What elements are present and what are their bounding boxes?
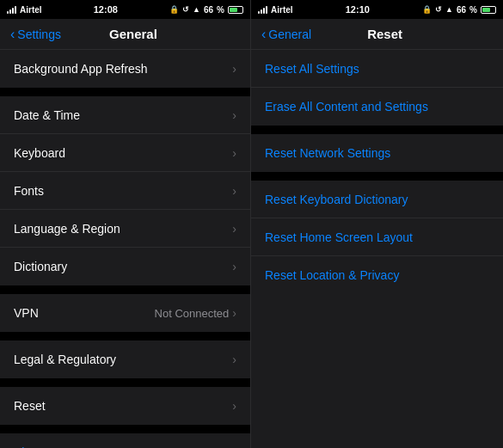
row-erase-all-content[interactable]: Erase All Content and Settings xyxy=(251,88,503,126)
label-fonts: Fonts xyxy=(14,184,232,198)
reset-section-2: Reset Network Settings xyxy=(251,134,503,172)
status-right-left: 🔒 ↺ ▲ 66% xyxy=(169,5,243,15)
row-date-time[interactable]: Date & Time › xyxy=(0,96,250,134)
row-reset-location-privacy[interactable]: Reset Location & Privacy xyxy=(251,256,503,294)
nav-title-right: Reset xyxy=(277,27,493,41)
section-2: Date & Time › Keyboard › Fonts › Languag… xyxy=(0,96,250,285)
row-reset-home-screen[interactable]: Reset Home Screen Layout xyxy=(251,218,503,256)
section-3: VPN Not Connected › xyxy=(0,294,250,332)
row-dictionary[interactable]: Dictionary › xyxy=(0,248,250,285)
orientation-icon: ↺ xyxy=(182,5,189,14)
label-reset-network: Reset Network Settings xyxy=(265,146,390,160)
row-reset[interactable]: Reset › xyxy=(0,387,250,425)
reset-gap-1 xyxy=(251,126,503,134)
row-keyboard[interactable]: Keyboard › xyxy=(0,134,250,172)
chevron-reset: › xyxy=(232,399,236,413)
battery-icon-right xyxy=(481,6,496,14)
chevron-legal: › xyxy=(232,353,236,366)
left-panel: Airtel 12:08 🔒 ↺ ▲ 66% ‹ Settings Genera… xyxy=(0,0,251,448)
section-5: Reset › xyxy=(0,387,250,425)
chevron-background-app-refresh: › xyxy=(232,62,236,76)
label-reset-home-screen: Reset Home Screen Layout xyxy=(265,230,413,244)
section-1: Background App Refresh › xyxy=(0,50,250,88)
shutdown-row[interactable]: Shut Down xyxy=(0,433,250,448)
chevron-language-region: › xyxy=(232,222,236,236)
status-right-right: 🔒 ↺ ▲ 66% xyxy=(422,5,496,15)
row-reset-all-settings[interactable]: Reset All Settings xyxy=(251,50,503,88)
signal-icon-right xyxy=(258,5,267,14)
wifi-right-icon: ▲ xyxy=(445,5,453,14)
signal-icon xyxy=(7,5,16,14)
label-vpn: VPN xyxy=(14,306,155,320)
section-gap-5 xyxy=(0,425,250,433)
section-gap-3 xyxy=(0,332,250,341)
row-fonts[interactable]: Fonts › xyxy=(0,172,250,210)
chevron-keyboard: › xyxy=(232,146,236,160)
label-date-time: Date & Time xyxy=(14,108,232,122)
status-bar-right: Airtel 12:10 🔒 ↺ ▲ 66% xyxy=(251,0,503,19)
chevron-vpn: › xyxy=(232,306,236,320)
row-reset-network[interactable]: Reset Network Settings xyxy=(251,134,503,172)
section-4: Legal & Regulatory › xyxy=(0,341,250,378)
right-panel: Airtel 12:10 🔒 ↺ ▲ 66% ‹ General Reset R… xyxy=(251,0,503,448)
back-chevron-right: ‹ xyxy=(261,27,266,42)
row-reset-keyboard-dict[interactable]: Reset Keyboard Dictionary xyxy=(251,181,503,218)
label-background-app-refresh: Background App Refresh xyxy=(14,62,232,76)
label-keyboard: Keyboard xyxy=(14,146,232,160)
label-reset-keyboard-dict: Reset Keyboard Dictionary xyxy=(265,193,408,206)
settings-list: Background App Refresh › Date & Time › K… xyxy=(0,50,250,448)
row-language-region[interactable]: Language & Region › xyxy=(0,210,250,248)
reset-gap-2 xyxy=(251,172,503,181)
carrier-right: Airtel xyxy=(271,5,293,15)
battery-pct-right: 66 xyxy=(457,5,466,15)
label-language-region: Language & Region xyxy=(14,222,232,236)
status-bar-left: Airtel 12:08 🔒 ↺ ▲ 66% xyxy=(0,0,250,19)
section-gap-2 xyxy=(0,285,250,294)
back-chevron-left: ‹ xyxy=(10,27,15,42)
value-vpn: Not Connected xyxy=(155,307,230,320)
reset-section-3: Reset Keyboard Dictionary Reset Home Scr… xyxy=(251,181,503,294)
reset-list: Reset All Settings Erase All Content and… xyxy=(251,50,503,448)
nav-title-left: General xyxy=(27,27,240,41)
row-vpn[interactable]: VPN Not Connected › xyxy=(0,294,250,332)
orientation-icon-right: ↺ xyxy=(435,5,442,14)
battery-pct-left: 66 xyxy=(204,5,213,15)
reset-section-1: Reset All Settings Erase All Content and… xyxy=(251,50,503,126)
label-reset-location-privacy: Reset Location & Privacy xyxy=(265,268,399,282)
wifi-left-icon: ▲ xyxy=(193,5,200,14)
row-legal[interactable]: Legal & Regulatory › xyxy=(0,341,250,378)
time-left: 12:08 xyxy=(94,4,118,15)
label-reset-all-settings: Reset All Settings xyxy=(265,62,359,76)
label-dictionary: Dictionary xyxy=(14,260,232,273)
nav-bar-left: ‹ Settings General xyxy=(0,19,250,50)
label-erase-all-content: Erase All Content and Settings xyxy=(265,100,428,114)
time-right: 12:10 xyxy=(346,4,370,15)
lock-icon-right: 🔒 xyxy=(422,5,432,14)
battery-icon-left xyxy=(228,6,243,14)
status-left: Airtel xyxy=(7,5,42,15)
section-gap-4 xyxy=(0,378,250,387)
chevron-date-time: › xyxy=(232,108,236,122)
label-legal: Legal & Regulatory xyxy=(14,353,232,366)
row-background-app-refresh[interactable]: Background App Refresh › xyxy=(0,50,250,88)
lock-icon: 🔒 xyxy=(169,5,179,14)
chevron-dictionary: › xyxy=(232,260,236,273)
label-reset: Reset xyxy=(14,399,232,413)
carrier-left: Airtel xyxy=(20,5,42,15)
status-left-right: Airtel xyxy=(258,5,293,15)
chevron-fonts: › xyxy=(232,184,236,198)
section-gap-1 xyxy=(0,88,250,96)
nav-bar-right: ‹ General Reset xyxy=(251,19,503,50)
